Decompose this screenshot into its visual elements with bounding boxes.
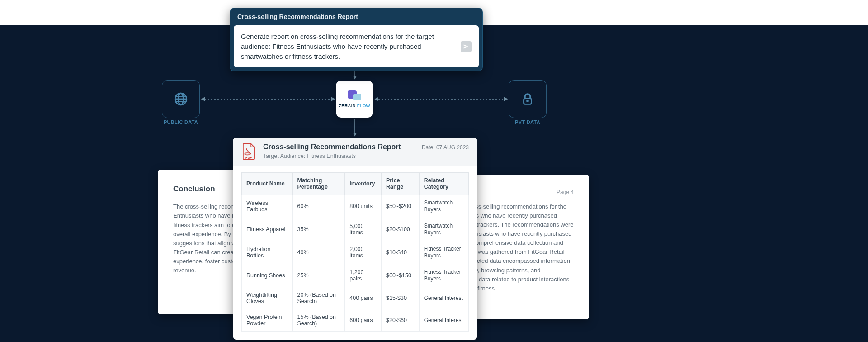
col-related-category: Related Category <box>419 173 468 195</box>
lock-icon <box>520 91 535 107</box>
cell: 400 pairs <box>345 287 382 309</box>
zbrain-label: ZBRAIN FLOW <box>339 103 370 108</box>
table-row: Weightlifting Gloves20% (Based on Search… <box>242 287 469 309</box>
svg-point-8 <box>527 100 528 102</box>
table-row: Fitness Apparel35%5,000 items$20-$100Sma… <box>242 218 469 241</box>
report-card: PDF Cross-selling Recommendations Report… <box>233 138 477 340</box>
col-product-name: Product Name <box>242 173 293 195</box>
cell: 2,000 items <box>345 241 382 264</box>
cell: Vegan Protein Powder <box>242 309 293 332</box>
zbrain-flow-node: ZBRAIN FLOW <box>336 81 373 118</box>
cell: Fitness Apparel <box>242 218 293 241</box>
prompt-input-area: Generate report on cross-selling recomme… <box>234 25 479 67</box>
send-icon <box>463 43 469 50</box>
prompt-card: Cross-selling Recommendations Report Gen… <box>230 8 483 71</box>
cell: 60% <box>292 195 345 218</box>
report-title: Cross-selling Recommendations Report <box>263 143 415 151</box>
col-inventory: Inventory <box>345 173 382 195</box>
private-data-node: PVT DATA <box>509 80 547 118</box>
svg-text:PDF: PDF <box>245 156 252 159</box>
public-data-node: PUBLIC DATA <box>162 80 200 118</box>
cell: Fitness Tracker Buyers <box>419 264 468 287</box>
report-date: Date: 07 AUG 2023 <box>422 144 469 151</box>
cell: General Interest <box>419 287 468 309</box>
cell: $60~$150 <box>381 264 419 287</box>
cell: Weightlifting Gloves <box>242 287 293 309</box>
private-data-label: PVT DATA <box>500 119 555 125</box>
cell: $50~$200 <box>381 195 419 218</box>
zbrain-icon <box>348 90 361 100</box>
cell: $20-$100 <box>381 218 419 241</box>
cell: $20-$60 <box>381 309 419 332</box>
cell: 25% <box>292 264 345 287</box>
cell: Smartwatch Buyers <box>419 195 468 218</box>
send-button[interactable] <box>461 41 472 52</box>
table-row: Running Shoes25%1,200 pairs$60~$150Fitne… <box>242 264 469 287</box>
cell: General Interest <box>419 309 468 332</box>
col-matching-percentage: Matching Percentage <box>292 173 345 195</box>
table-header-row: Product Name Matching Percentage Invento… <box>242 173 469 195</box>
recommendations-table: Product Name Matching Percentage Invento… <box>241 172 469 332</box>
cell: Hydration Bottles <box>242 241 293 264</box>
table-row: Wireless Earbuds60%800 units$50~$200Smar… <box>242 195 469 218</box>
cell: 5,000 items <box>345 218 382 241</box>
cell: 40% <box>292 241 345 264</box>
cell: Fitness Tracker Buyers <box>419 241 468 264</box>
pdf-icon: PDF <box>241 143 257 160</box>
prompt-title: Cross-selling Recommendations Report <box>230 8 482 25</box>
table-row: Vegan Protein Powder15% (Based on Search… <box>242 309 469 332</box>
cell: 600 pairs <box>345 309 382 332</box>
cell: $10-$40 <box>381 241 419 264</box>
cell: 35% <box>292 218 345 241</box>
cell: Smartwatch Buyers <box>419 218 468 241</box>
report-subtitle: Target Audience: Fitness Enthusiasts <box>263 153 415 159</box>
cell: 20% (Based on Search) <box>292 287 345 309</box>
globe-icon <box>173 91 189 107</box>
cell: $15-$30 <box>381 287 419 309</box>
cell: Running Shoes <box>242 264 293 287</box>
col-price-range: Price Range <box>381 173 419 195</box>
cell: Wireless Earbuds <box>242 195 293 218</box>
table-row: Hydration Bottles40%2,000 items$10-$40Fi… <box>242 241 469 264</box>
report-header: PDF Cross-selling Recommendations Report… <box>233 138 477 166</box>
prompt-text[interactable]: Generate report on cross-selling recomme… <box>241 32 456 61</box>
cell: 800 units <box>345 195 382 218</box>
public-data-label: PUBLIC DATA <box>154 119 208 125</box>
cell: 15% (Based on Search) <box>292 309 345 332</box>
cell: 1,200 pairs <box>345 264 382 287</box>
